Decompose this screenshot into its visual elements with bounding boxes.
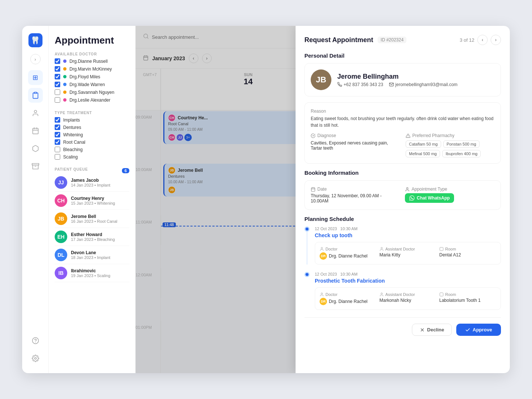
sidebar-item-clipboard[interactable] (28, 88, 43, 103)
page-title: Appointment (55, 35, 129, 46)
treatment-item[interactable]: Implants (55, 117, 129, 123)
pharma-tag: Cataflam 50 mg (406, 140, 441, 148)
svg-rect-26 (440, 248, 443, 251)
modal-header: Request Appointment ID #202324 3 of 12 ‹… (304, 35, 501, 45)
pharma-tag: Mefinal 500 mg (406, 150, 440, 157)
list-item[interactable]: DL Devon Lane 18 Jan 2023 • Implant (55, 246, 129, 264)
collapse-button[interactable]: › (30, 54, 41, 64)
doctor-checkbox[interactable] (55, 74, 60, 79)
treatment-checkbox[interactable] (55, 154, 60, 160)
settings-icon[interactable] (28, 351, 43, 366)
patient-name: James Jacob (71, 178, 129, 183)
available-doctor-label: AVAILABLE DOCTOR (55, 52, 129, 56)
list-item[interactable]: JB Jerome Bell 16 Jan 2023 • Root Canal (55, 210, 129, 228)
booking-title: Booking Information (304, 170, 501, 176)
list-item[interactable]: IB Ibrahimovic 19 Jan 2023 • Scaling (55, 264, 129, 282)
treatment-checkbox[interactable] (55, 139, 60, 145)
doctor-item[interactable]: Drg.Wade Warren (55, 82, 129, 87)
main-area: ✕ January 2023 ‹ › GMT+7 SUN 14 MON (136, 26, 510, 373)
timeline-dot (304, 226, 310, 232)
treatment-item[interactable]: Dentures (55, 125, 129, 130)
personal-detail-card: JB Jerome Bellingham +62 837 356 343 23 … (304, 63, 501, 96)
info-grid: Reason Eating sweet foods, not brushing … (304, 102, 501, 164)
reason-label: Reason (311, 109, 495, 114)
treatment-item[interactable]: Scaling (55, 154, 129, 160)
avatar: EH (55, 231, 67, 243)
doctor-item[interactable]: Drg.Savannah Nguyen (55, 89, 129, 95)
person-name: Jerome Bellingham (337, 73, 457, 81)
person-email: jeromebellingham93@mail.com (395, 82, 457, 87)
person-phone: +62 837 356 343 23 (344, 82, 383, 87)
treatment-checkbox[interactable] (55, 147, 60, 152)
schedule-datetime: 12 Oct 2023 10:30 AM (315, 226, 501, 231)
patient-queue-list: JJ James Jacob 14 Jan 2023 • Implant CH … (55, 174, 129, 282)
planning-title: Planning Schedule (304, 216, 501, 222)
timeline-item: 12 Oct 2023 10:30 AM Check up tooth Doct… (304, 226, 501, 265)
sidebar-item-cube[interactable] (28, 141, 43, 156)
doctor-checkbox[interactable] (55, 82, 60, 87)
sidebar: 🦷 › ⊞ (22, 26, 49, 373)
avatar: JB (55, 212, 67, 225)
sidebar-item-grid[interactable]: ⊞ (28, 70, 43, 85)
diagnose-value: Cavities, Exposed nerves causing pain, T… (311, 140, 400, 151)
assistant-name: Markonah Nicky (379, 298, 411, 303)
svg-rect-6 (32, 164, 38, 165)
doctor-list: Drg.Dianne Russell Drg.Marvin McKinney D… (55, 58, 129, 103)
avatar: DL (55, 249, 67, 261)
doctor-dot (63, 83, 66, 86)
doctor-name: Drg.Wade Warren (69, 82, 105, 87)
doctor-name: Drg.Marvin McKinney (69, 66, 112, 72)
treatment-item[interactable]: Whitening (55, 132, 129, 137)
whatsapp-button[interactable]: Chat WhatsApp (405, 193, 454, 203)
patient-date: 18 Jan 2023 • Implant (71, 255, 129, 260)
doctor-dot (63, 67, 66, 71)
room-name: Dental A12 (439, 252, 461, 258)
booking-date: Thursday, 12 November, 09.00 AM - 10.00A… (311, 193, 400, 204)
doctor-name: Drg.Leslie Alexander (69, 98, 110, 103)
decline-button[interactable]: Decline (412, 324, 452, 336)
doctor-item[interactable]: Drg.Floyd Miles (55, 74, 129, 79)
decline-label: Decline (427, 327, 444, 332)
treatment-item[interactable]: Bleaching (55, 147, 129, 152)
doctor-checkbox[interactable] (55, 58, 60, 64)
svg-rect-19 (311, 188, 315, 191)
room-name: Labolatorium Tooth 1 (439, 298, 481, 303)
treatment-checkbox[interactable] (55, 117, 60, 123)
schedule-title: Prosthetic Tooth Fabrication (315, 278, 501, 284)
svg-point-23 (406, 187, 408, 189)
svg-rect-0 (34, 92, 37, 93)
left-panel: Appointment AVAILABLE DOCTOR Drg.Dianne … (49, 26, 136, 373)
doctor-item[interactable]: Drg.Dianne Russell (55, 58, 129, 64)
doctor-name: Drg. Dianne Rachel (329, 299, 368, 304)
doctor-item[interactable]: Drg.Leslie Alexander (55, 97, 129, 103)
modal-prev-button[interactable]: ‹ (477, 35, 488, 45)
treatment-checkbox[interactable] (55, 125, 60, 130)
modal-next-button[interactable]: › (491, 35, 501, 45)
sidebar-item-calendar[interactable] (28, 123, 43, 138)
treatment-name: Bleaching (63, 147, 83, 152)
doctor-checkbox[interactable] (55, 66, 60, 72)
treatment-item[interactable]: Root Canal (55, 139, 129, 145)
svg-point-27 (321, 293, 323, 294)
planning-timeline: 12 Oct 2023 10:30 AM Check up tooth Doct… (304, 226, 501, 310)
type-treatment-label: TYPE TREATMENT (55, 111, 129, 115)
patient-date: 17 Jan 2023 • Bleaching (71, 237, 129, 242)
sidebar-item-person[interactable] (28, 106, 43, 120)
avatar: CH (55, 194, 67, 207)
list-item[interactable]: JJ James Jacob 14 Jan 2023 • Implant (55, 174, 129, 192)
treatment-checkbox[interactable] (55, 132, 60, 137)
doctor-checkbox[interactable] (55, 89, 60, 95)
help-icon[interactable] (28, 333, 43, 348)
list-item[interactable]: CH Courtney Henry 15 Jan 2023 • Whitenin… (55, 192, 129, 210)
approve-label: Approve (473, 327, 492, 332)
doctor-dot (63, 91, 66, 94)
patient-date: 14 Jan 2023 • Implant (71, 183, 129, 187)
doctor-item[interactable]: Drg.Marvin McKinney (55, 66, 129, 72)
timeline-item: 12 Oct 2023 10:30 AM Prosthetic Tooth Fa… (304, 272, 501, 310)
patient-date: 15 Jan 2023 • Whitening (71, 201, 129, 205)
doctor-checkbox[interactable] (55, 97, 60, 103)
list-item[interactable]: EH Esther Howard 17 Jan 2023 • Bleaching (55, 228, 129, 246)
approve-button[interactable]: Approve (456, 324, 501, 336)
request-appointment-modal: Request Appointment ID #202324 3 of 12 ‹… (296, 26, 510, 373)
sidebar-item-archive[interactable] (28, 159, 43, 174)
